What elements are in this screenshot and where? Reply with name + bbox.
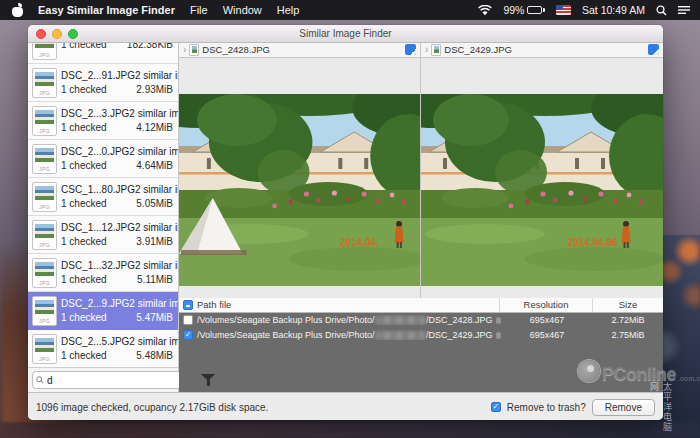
notification-center-icon[interactable] [678, 5, 690, 15]
path-suffix: /DSC_2429.JPG [426, 330, 493, 340]
path-table-header: Path file Resolution Size [179, 298, 663, 313]
path-table-body: /Volumes/Seagate Backup Plus Drive/Photo… [179, 313, 663, 392]
jpg-file-icon [32, 258, 57, 288]
spotlight-search-icon[interactable] [656, 5, 667, 16]
item-checked-count: 1 checked [61, 83, 107, 97]
apple-menu-icon[interactable] [12, 4, 23, 17]
window-title: Similar Image Finder [299, 28, 391, 39]
main-panel: › DSC_2428.JPG › DSC_2429.JPG [179, 43, 663, 392]
mini-file-icon [431, 44, 441, 56]
similar-group-list: 1 checked182.38KiB DSC_2...91.JPG2 simil… [28, 43, 178, 367]
column-resolution[interactable]: Resolution [499, 298, 592, 312]
photo-left: 2014.04. [179, 94, 420, 286]
menu-help[interactable]: Help [277, 4, 300, 16]
right-pane-filename: DSC_2429.JPG [444, 44, 512, 55]
item-checked-count: 1 checked [61, 349, 107, 363]
item-filename: CSC_1...80.JPG [61, 183, 135, 197]
item-size: 4.64MiB [136, 159, 173, 173]
item-similar-count: 2 similar images [135, 221, 178, 235]
select-all-checkbox[interactable] [183, 300, 193, 310]
item-size: 2.93MiB [136, 83, 173, 97]
list-item[interactable]: DSC_1...32.JPG2 similar images 1 checked… [28, 254, 178, 292]
table-row[interactable]: /Volumes/Seagate Backup Plus Drive/Photo… [179, 328, 663, 343]
chevron-right-icon[interactable]: › [183, 45, 186, 55]
minimize-window-button[interactable] [52, 29, 62, 39]
menu-file[interactable]: File [190, 4, 208, 16]
row-checkbox[interactable] [183, 330, 193, 340]
remove-button[interactable]: Remove [592, 399, 655, 416]
column-size[interactable]: Size [592, 298, 663, 312]
jpg-file-icon [32, 296, 57, 326]
search-icon [36, 376, 44, 384]
battery-percent: 99% [503, 4, 524, 16]
close-window-button[interactable] [36, 29, 46, 39]
wifi-icon[interactable] [478, 5, 492, 16]
list-item[interactable]: DSC_2...5.JPG2 similar images 1 checked5… [28, 330, 178, 367]
reveal-in-finder-icon[interactable] [648, 44, 659, 55]
left-pane-header[interactable]: › DSC_2428.JPG [179, 43, 421, 57]
jpg-file-icon [32, 144, 57, 174]
row-size: 2.72MiB [593, 315, 663, 325]
mini-file-icon [189, 44, 199, 56]
row-checkbox[interactable] [183, 315, 193, 325]
input-language-flag-icon[interactable] [556, 5, 571, 15]
blurred-path-segment [376, 331, 425, 340]
table-row[interactable]: /Volumes/Seagate Backup Plus Drive/Photo… [179, 313, 663, 328]
blurred-path-segment [376, 316, 425, 325]
item-filename: DSC_2...0.JPG [61, 145, 129, 159]
screen: Easy Similar Image Finder File Window He… [0, 0, 700, 438]
jpg-file-icon [32, 68, 57, 98]
list-item[interactable]: DSC_1...12.JPG2 similar images 1 checked… [28, 216, 178, 254]
battery-status[interactable]: 99% [503, 4, 545, 16]
blurred-badge [496, 332, 501, 339]
menu-window[interactable]: Window [223, 4, 262, 16]
wallpaper-bottom [0, 422, 700, 438]
item-checked-count: 1 checked [61, 43, 107, 52]
date-stamp: 2014.04. [339, 237, 378, 248]
list-item[interactable]: DSC_2...3.JPG2 similar images 1 checked4… [28, 102, 178, 140]
row-resolution: 695x467 [501, 330, 593, 340]
item-size: 5.11MiB [137, 273, 173, 287]
item-similar-count: 2 similar images [129, 107, 178, 121]
left-pane-filename: DSC_2428.JPG [202, 44, 270, 55]
photo-right: 2014.04.06 [421, 94, 663, 286]
status-bar: 1096 image checked, ocupancy 2.17GiB dis… [28, 392, 663, 420]
zoom-window-button[interactable] [68, 29, 78, 39]
item-similar-count: 2 similar images [135, 183, 178, 197]
status-summary: 1096 image checked, ocupancy 2.17GiB dis… [36, 402, 485, 413]
chevron-right-icon[interactable]: › [425, 45, 428, 55]
item-filename: DSC_2...5.JPG [61, 335, 129, 349]
app-window: Similar Image Finder 1 checked182.38KiB [28, 25, 663, 420]
window-title-bar[interactable]: Similar Image Finder [28, 25, 663, 43]
list-item-selected[interactable]: DSC_2...9.JPG2 similar images 1 checked5… [28, 292, 178, 330]
row-size: 2.75MiB [593, 330, 663, 340]
battery-icon [527, 6, 545, 14]
search-row: ✕ [28, 367, 178, 392]
search-field[interactable]: ✕ [32, 371, 196, 389]
list-item[interactable]: DSC_2...0.JPG2 similar images 1 checked4… [28, 140, 178, 178]
jpg-file-icon [32, 334, 57, 364]
menu-app-name[interactable]: Easy Similar Image Finder [38, 4, 175, 16]
column-path-file[interactable]: Path file [197, 299, 231, 310]
item-size: 5.47MiB [136, 311, 173, 325]
item-checked-count: 1 checked [61, 121, 107, 135]
path-suffix: /DSC_2428.JPG [426, 315, 493, 325]
jpg-file-icon [32, 220, 57, 250]
item-size: 4.12MiB [136, 121, 173, 135]
blurred-badge [496, 317, 501, 324]
list-item[interactable]: CSC_1...80.JPG2 similar images 1 checked… [28, 178, 178, 216]
search-input[interactable] [47, 375, 179, 386]
list-item[interactable]: DSC_2...91.JPG2 similar images 1 checked… [28, 64, 178, 102]
item-size: 5.05MiB [136, 197, 173, 211]
item-similar-count: 2 similar images [129, 297, 178, 311]
jpg-file-icon [32, 182, 57, 212]
menu-clock[interactable]: Sat 10:49 AM [582, 4, 645, 16]
item-checked-count: 1 checked [61, 197, 107, 211]
right-pane-header[interactable]: › DSC_2429.JPG [421, 43, 663, 57]
jpg-file-icon [32, 106, 57, 136]
remove-to-trash-checkbox[interactable] [491, 402, 501, 412]
list-item[interactable]: 1 checked182.38KiB [28, 43, 178, 64]
item-filename: DSC_2...9.JPG [61, 297, 129, 311]
reveal-in-finder-icon[interactable] [405, 44, 416, 55]
item-filename: DSC_2...91.JPG [61, 69, 135, 83]
